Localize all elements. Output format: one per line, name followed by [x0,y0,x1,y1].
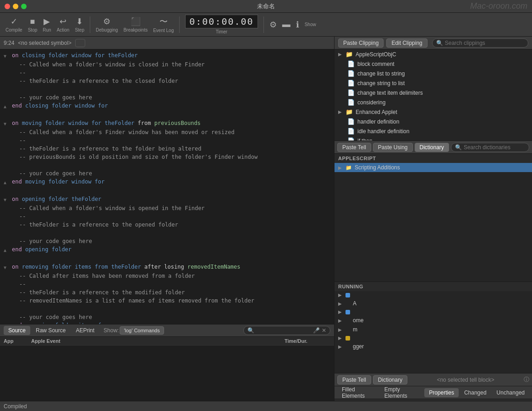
breakpoints-button[interactable]: ⬛ Breakpoints [121,16,149,33]
running-item[interactable]: ▶ [335,308,532,316]
panel-icon: ▬ [282,20,291,29]
panel-button[interactable]: ▬ [280,19,292,30]
code-line: ▲ end moving folder window for [0,178,334,187]
search-icon: 🔍 [247,327,254,334]
microphone-icon: 🎤 [313,327,320,334]
action-button[interactable]: ↩ Action [55,16,71,33]
library-item[interactable]: ▶ 📁 Enhanced Applet [335,107,532,117]
compile-button[interactable]: ✓ Compile [4,16,24,33]
code-line: ▲ end closing folder window for [0,102,334,111]
library-item[interactable]: 📄 handler definition [335,117,532,126]
settings-button[interactable]: ⚙ [268,19,279,31]
code-line: -- your code goes here [0,237,334,245]
window-title: 未命名 [257,2,275,11]
fold-button[interactable]: ▲ [4,103,10,111]
library-list[interactable]: ▶ 📁 AppleScriptObjC 📄 block comment 📄 ch… [335,49,532,141]
fold-button[interactable]: ▼ [4,196,10,204]
fold-button[interactable]: ▼ [4,52,10,60]
run-button[interactable]: ▶ Run [41,16,53,33]
debugging-button[interactable]: ⚙ Debugging [94,16,120,33]
compile-icon: ✓ [11,16,17,27]
running-item[interactable]: ▶ A [335,299,532,308]
doc-icon: 📄 [347,137,355,141]
library-item[interactable]: 📄 idle handler definition [335,126,532,136]
clipping-search-input[interactable] [445,40,524,46]
running-item[interactable]: ▶ ome [335,316,532,325]
library-item[interactable]: 📄 block comment [335,59,532,69]
maximize-button[interactable] [21,4,27,9]
event-log-button[interactable]: 〜 Event Log [151,15,176,34]
code-line [0,111,334,119]
library-item[interactable]: 📄 change string to list [335,78,532,88]
library-item[interactable]: 📄 change text item delimiters [335,88,532,97]
tab-aeprint[interactable]: AEPrint [71,326,99,335]
running-item[interactable]: ▶ [335,291,532,299]
props-col-value: Value [433,400,529,401]
info-button[interactable]: ℹ [294,19,301,31]
running-section: RUNNING ▶ ▶ A ▶ ▶ ome ▶ [335,282,532,373]
clear-icon[interactable]: ✕ [322,327,326,334]
code-line: -- [0,280,334,288]
close-button[interactable] [5,4,10,9]
fold-button[interactable]: ▼ [4,120,10,128]
properties-header: Element/Property Value [335,399,532,401]
tab-source[interactable]: Source [4,326,30,335]
library-item-label: change list to string [357,70,405,77]
titlebar: 未命名 Mac-oroon.com [0,0,532,13]
folder-icon: 📁 [346,108,353,115]
fold-button[interactable]: ▲ [4,246,10,254]
step-icon: ⬇ [76,16,83,27]
code-editor[interactable]: ▼ on closing folder window for theFolder… [0,49,334,324]
tab-changed[interactable]: Changed [460,388,491,397]
source-search-input[interactable] [256,327,311,334]
code-line [0,229,334,237]
running-item[interactable]: ▶ [335,334,532,342]
running-header: RUNNING [335,282,532,291]
paste-clipping-button[interactable]: Paste Clipping [338,38,384,48]
tab-filled-elements[interactable]: Filled Elements [337,385,379,400]
dictionary-button[interactable]: Dictionary [373,375,407,384]
search-icon: 🔍 [436,40,443,46]
paste-using-button[interactable]: Paste Using [373,143,413,152]
tab-properties[interactable]: Properties [424,388,459,397]
gear-icon: ⚙ [269,20,277,30]
code-line: -- theFolder is a reference to the close… [0,77,334,85]
expand-icon: ▶ [338,52,343,57]
show-log-commands-button[interactable]: 'log' Commands [120,326,164,335]
fold-button[interactable]: ▼ [4,264,10,272]
code-line [0,85,334,93]
log-header-time: Time/Dur. [285,338,330,344]
library-item[interactable]: 📄 if then [335,136,532,141]
expand-icon: ▶ [338,165,343,170]
dict-search-input[interactable] [464,144,525,151]
code-line: ▼ on removing folder items from theFolde… [0,263,334,272]
library-item[interactable]: ▶ 📁 AppleScriptObjC [335,49,532,59]
code-line: -- previousBounds is old position and si… [0,153,334,161]
tab-raw-source[interactable]: Raw Source [31,326,70,335]
info-circle-icon[interactable]: ⓘ [524,376,529,384]
running-item[interactable]: ▶ m [335,325,532,334]
paste-tell-button[interactable]: Paste Tell [337,375,371,384]
info-icon: ℹ [296,20,299,30]
tab-empty-elements[interactable]: Empty Elements [380,385,423,400]
fold-button[interactable]: ▲ [4,178,10,187]
step-button[interactable]: ⬇ Step [73,16,86,33]
doc-icon: 📄 [347,80,355,87]
library-item[interactable]: 📄 considering [335,97,532,107]
running-item[interactable]: ▶ gger [335,342,532,351]
run-icon: ▶ [44,16,50,27]
library-item[interactable]: 📄 change list to string [335,69,532,78]
code-line: -- removedItemNames is a list of names o… [0,297,334,305]
source-search-box: 🔍 🎤 ✕ [243,326,330,335]
dictionary-button-top[interactable]: Dictionary [415,143,449,152]
symbol-selector[interactable] [75,39,85,47]
show-button[interactable]: Show [303,21,318,28]
minimize-button[interactable] [13,4,18,9]
applescript-item[interactable]: ▶ 📁 Scripting Additions [335,163,532,172]
status-dot [346,327,350,332]
paste-tell-button-top[interactable]: Paste Tell [337,143,371,152]
tab-unchanged[interactable]: Unchanged [492,388,529,397]
toolbar-sep-2 [179,16,180,33]
stop-button[interactable]: ■ Stop [26,16,39,33]
edit-clipping-button[interactable]: Edit Clipping [386,38,427,48]
